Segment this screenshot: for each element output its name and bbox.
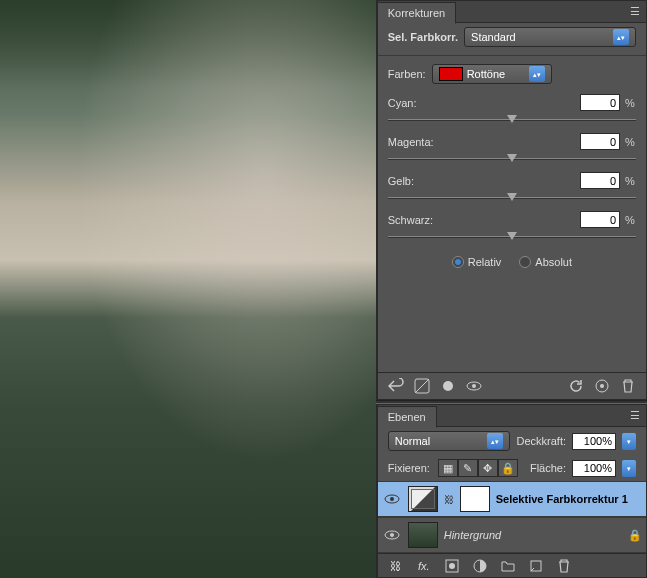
black-slider[interactable] xyxy=(388,230,636,244)
adjustment-layer-icon[interactable] xyxy=(470,557,490,575)
slider-label-cyan: Cyan: xyxy=(388,97,417,109)
layers-panel: Ebenen ☰ Normal ▴▾ Deckkraft: ▾ Fixieren… xyxy=(376,404,647,578)
lock-move-icon[interactable]: ✥ xyxy=(478,459,498,477)
slider-label-magenta: Magenta: xyxy=(388,136,434,148)
cyan-slider[interactable] xyxy=(388,113,636,127)
blend-mode-value: Normal xyxy=(395,435,430,447)
yellow-input[interactable] xyxy=(580,172,620,189)
layers-footer: ⛓ fx. xyxy=(378,553,646,577)
opacity-label: Deckkraft: xyxy=(516,435,566,447)
adjustment-icon[interactable] xyxy=(412,377,432,395)
layer-name[interactable]: Hintergrund xyxy=(444,529,501,541)
corrections-panel: Korrekturen ☰ Sel. Farbkorr. Standard ▴▾… xyxy=(376,0,647,400)
yellow-slider[interactable] xyxy=(388,191,636,205)
mask-icon[interactable] xyxy=(442,557,462,575)
slider-thumb[interactable] xyxy=(507,154,517,162)
visibility-toggle[interactable] xyxy=(382,489,402,509)
layer-row[interactable]: ⛓ Selektive Farbkorrektur 1 xyxy=(378,481,646,517)
magenta-slider[interactable] xyxy=(388,152,636,166)
lock-icon: 🔒 xyxy=(628,529,642,542)
corrections-tab-bar: Korrekturen ☰ xyxy=(378,1,646,23)
lock-transparent-icon[interactable]: ▦ xyxy=(438,459,458,477)
chevron-updown-icon: ▴▾ xyxy=(613,29,629,45)
mask-thumbnail[interactable] xyxy=(460,486,490,512)
pct-label: % xyxy=(624,97,636,109)
slider-label-yellow: Gelb: xyxy=(388,175,414,187)
lock-label: Fixieren: xyxy=(388,462,430,474)
reset-icon[interactable] xyxy=(566,377,586,395)
colors-value: Rottöne xyxy=(467,68,506,80)
layer-thumbnail[interactable] xyxy=(408,486,438,512)
chevron-down-icon[interactable]: ▾ xyxy=(622,460,636,477)
fill-label: Fläche: xyxy=(530,462,566,474)
back-arrow-icon[interactable] xyxy=(386,377,406,395)
pct-label: % xyxy=(624,214,636,226)
trash-icon[interactable] xyxy=(554,557,574,575)
radio-icon xyxy=(519,256,531,268)
preset-dropdown[interactable]: Standard ▴▾ xyxy=(464,27,636,47)
panel-menu-icon[interactable]: ☰ xyxy=(624,5,646,18)
slider-thumb[interactable] xyxy=(507,115,517,123)
svg-point-9 xyxy=(390,533,394,537)
opacity-input[interactable] xyxy=(572,433,616,450)
fx-icon[interactable]: fx. xyxy=(414,557,434,575)
layers-tab-bar: Ebenen ☰ xyxy=(378,405,646,427)
eye-icon[interactable] xyxy=(464,377,484,395)
absolute-label: Absolut xyxy=(535,256,572,268)
folder-icon[interactable] xyxy=(498,557,518,575)
svg-point-11 xyxy=(449,563,455,569)
slider-thumb[interactable] xyxy=(507,193,517,201)
relative-radio[interactable]: Relativ xyxy=(452,256,502,268)
clip-icon[interactable] xyxy=(438,377,458,395)
black-input[interactable] xyxy=(580,211,620,228)
pct-label: % xyxy=(624,136,636,148)
link-layers-icon[interactable]: ⛓ xyxy=(386,557,406,575)
chevron-updown-icon: ▴▾ xyxy=(529,66,545,82)
svg-point-3 xyxy=(472,384,476,388)
radio-checked-icon xyxy=(452,256,464,268)
svg-point-7 xyxy=(390,497,394,501)
magenta-input[interactable] xyxy=(580,133,620,150)
layer-row[interactable]: Hintergrund 🔒 xyxy=(378,517,646,553)
absolute-radio[interactable]: Absolut xyxy=(519,256,572,268)
document-canvas[interactable] xyxy=(0,0,376,578)
chevron-updown-icon: ▴▾ xyxy=(487,433,503,449)
panel-menu-icon[interactable]: ☰ xyxy=(624,409,646,422)
corrections-icon-bar xyxy=(378,372,646,399)
trash-icon[interactable] xyxy=(618,377,638,395)
visibility-toggle[interactable] xyxy=(382,525,402,545)
layer-thumbnail[interactable] xyxy=(408,522,438,548)
fill-input[interactable] xyxy=(572,460,616,477)
slider-thumb[interactable] xyxy=(507,232,517,240)
preset-label: Sel. Farbkorr. xyxy=(388,31,458,43)
cyan-input[interactable] xyxy=(580,94,620,111)
lock-paint-icon[interactable]: ✎ xyxy=(458,459,478,477)
colors-dropdown[interactable]: Rottöne ▴▾ xyxy=(432,64,552,84)
pct-label: % xyxy=(624,175,636,187)
slider-label-black: Schwarz: xyxy=(388,214,433,226)
blend-mode-dropdown[interactable]: Normal ▴▾ xyxy=(388,431,511,451)
new-layer-icon[interactable] xyxy=(526,557,546,575)
svg-point-5 xyxy=(600,384,604,388)
lock-all-icon[interactable]: 🔒 xyxy=(498,459,518,477)
tab-layers[interactable]: Ebenen xyxy=(378,406,437,428)
relative-label: Relativ xyxy=(468,256,502,268)
preset-value: Standard xyxy=(471,31,516,43)
link-icon: ⛓ xyxy=(444,494,454,505)
chevron-down-icon[interactable]: ▾ xyxy=(622,433,636,450)
previous-icon[interactable] xyxy=(592,377,612,395)
svg-point-1 xyxy=(443,381,453,391)
colors-label: Farben: xyxy=(388,68,426,80)
tab-corrections[interactable]: Korrekturen xyxy=(378,2,456,24)
color-swatch xyxy=(439,67,463,81)
layer-name[interactable]: Selektive Farbkorrektur 1 xyxy=(496,493,628,505)
